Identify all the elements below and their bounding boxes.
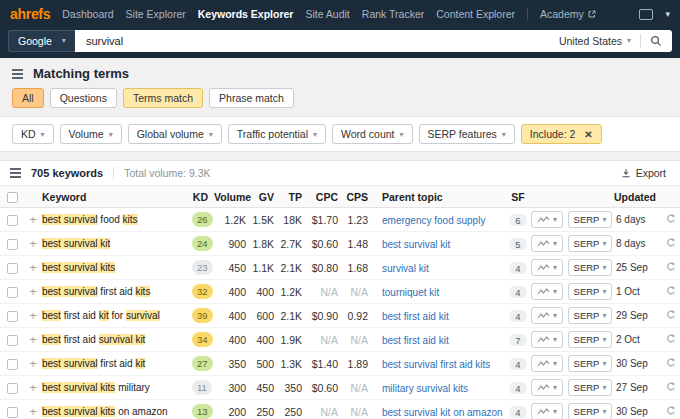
refresh-icon[interactable] bbox=[666, 358, 676, 370]
row-checkbox[interactable] bbox=[7, 311, 18, 322]
filter-include[interactable]: Include: 2 ✕ bbox=[521, 124, 602, 144]
trend-dropdown[interactable]: ▾ bbox=[531, 283, 563, 300]
filter-volume[interactable]: Volume▾ bbox=[60, 124, 122, 144]
nav-item-site-audit[interactable]: Site Audit bbox=[305, 8, 349, 20]
search-input[interactable] bbox=[84, 34, 550, 48]
trend-dropdown[interactable]: ▾ bbox=[531, 403, 563, 419]
keyword-segment: kits bbox=[135, 286, 150, 297]
page-title: Matching terms bbox=[33, 66, 129, 81]
filter-label: Traffic potential bbox=[237, 128, 308, 140]
parent-topic-link[interactable]: best survival first aid kits bbox=[382, 359, 490, 370]
serp-label: SERP bbox=[574, 310, 600, 321]
nav-item-content-explorer[interactable]: Content Explorer bbox=[436, 8, 515, 20]
add-keyword-button[interactable]: + bbox=[24, 237, 42, 251]
select-all-checkbox[interactable] bbox=[7, 192, 18, 203]
serp-dropdown[interactable]: SERP▾ bbox=[568, 355, 613, 372]
serp-dropdown[interactable]: SERP▾ bbox=[568, 235, 613, 252]
column-volume[interactable]: Volume ▾ bbox=[214, 191, 252, 203]
nav-item-rank-tracker[interactable]: Rank Tracker bbox=[362, 8, 424, 20]
column-tp[interactable]: TP bbox=[280, 191, 308, 203]
pill-terms-match[interactable]: Terms match bbox=[123, 88, 203, 108]
add-keyword-button[interactable]: + bbox=[24, 405, 42, 419]
close-icon[interactable]: ✕ bbox=[584, 129, 592, 140]
column-keyword[interactable]: Keyword bbox=[42, 191, 192, 203]
parent-topic-link[interactable]: emergency food supply bbox=[382, 215, 485, 226]
refresh-icon[interactable] bbox=[666, 238, 676, 250]
filter-global-volume[interactable]: Global volume▾ bbox=[128, 124, 222, 144]
trend-dropdown[interactable]: ▾ bbox=[531, 235, 563, 252]
trend-dropdown[interactable]: ▾ bbox=[531, 259, 563, 276]
pill-questions[interactable]: Questions bbox=[50, 88, 117, 108]
serp-dropdown[interactable]: SERP▾ bbox=[568, 379, 613, 396]
filter-traffic-potential[interactable]: Traffic potential▾ bbox=[228, 124, 326, 144]
add-keyword-button[interactable]: + bbox=[24, 333, 42, 347]
add-keyword-button[interactable]: + bbox=[24, 357, 42, 371]
parent-topic-link[interactable]: best first aid kit bbox=[382, 311, 449, 322]
refresh-icon[interactable] bbox=[666, 334, 676, 346]
row-checkbox[interactable] bbox=[7, 383, 18, 394]
parent-topic-link[interactable]: survival kit bbox=[382, 263, 429, 274]
refresh-icon[interactable] bbox=[666, 406, 676, 418]
nav-item-academy[interactable]: Academy bbox=[540, 8, 596, 20]
serp-dropdown[interactable]: SERP▾ bbox=[568, 331, 613, 348]
row-checkbox[interactable] bbox=[7, 287, 18, 298]
add-keyword-button[interactable]: + bbox=[24, 285, 42, 299]
parent-topic-link[interactable]: tourniquet kit bbox=[382, 287, 439, 298]
filter-word-count[interactable]: Word count▾ bbox=[332, 124, 413, 144]
parent-topic-link[interactable]: best survival kit on amazon bbox=[382, 407, 503, 418]
nav-item-keywords-explorer[interactable]: Keywords Explorer bbox=[198, 8, 294, 20]
add-keyword-button[interactable]: + bbox=[24, 261, 42, 275]
nav-item-dashboard[interactable]: Dashboard bbox=[62, 8, 113, 20]
refresh-icon[interactable] bbox=[666, 310, 676, 322]
column-updated[interactable]: Updated bbox=[614, 191, 662, 203]
serp-dropdown[interactable]: SERP▾ bbox=[568, 211, 613, 228]
serp-dropdown[interactable]: SERP▾ bbox=[568, 259, 613, 276]
serp-dropdown[interactable]: SERP▾ bbox=[568, 283, 613, 300]
add-keyword-button[interactable]: + bbox=[24, 381, 42, 395]
trend-dropdown[interactable]: ▾ bbox=[531, 307, 563, 324]
column-sf[interactable]: SF bbox=[508, 191, 528, 203]
column-kd[interactable]: KD bbox=[192, 191, 214, 203]
serp-dropdown[interactable]: SERP▾ bbox=[568, 307, 613, 324]
refresh-icon[interactable] bbox=[666, 214, 676, 226]
filter-serp-features[interactable]: SERP features▾ bbox=[419, 124, 515, 144]
search-engine-select[interactable]: Google ▾ bbox=[8, 30, 75, 52]
search-submit-button[interactable] bbox=[641, 35, 666, 47]
results-table: 705 keywords Total volume: 9.3K Export K… bbox=[0, 160, 680, 419]
refresh-icon[interactable] bbox=[666, 382, 676, 394]
add-keyword-button[interactable]: + bbox=[24, 309, 42, 323]
row-checkbox[interactable] bbox=[7, 239, 18, 250]
add-keyword-button[interactable]: + bbox=[24, 213, 42, 227]
row-checkbox[interactable] bbox=[7, 407, 18, 418]
workspace-icon[interactable] bbox=[639, 9, 653, 20]
ahrefs-logo[interactable]: ahrefs bbox=[10, 6, 50, 22]
pill-phrase-match[interactable]: Phrase match bbox=[209, 88, 294, 108]
row-checkbox[interactable] bbox=[7, 263, 18, 274]
country-select[interactable]: United States ▾ bbox=[550, 35, 640, 47]
keyword-cell: best first aid survival kit bbox=[42, 334, 192, 345]
sidebar-toggle-icon[interactable] bbox=[12, 69, 23, 79]
export-button[interactable]: Export bbox=[621, 167, 670, 179]
account-chevron-down-icon[interactable]: ▾ bbox=[665, 9, 670, 19]
column-cpc[interactable]: CPC bbox=[308, 191, 344, 203]
list-icon[interactable] bbox=[10, 168, 21, 178]
column-gv[interactable]: GV bbox=[252, 191, 280, 203]
nav-item-site-explorer[interactable]: Site Explorer bbox=[126, 8, 186, 20]
parent-topic-link[interactable]: best first aid kit bbox=[382, 335, 449, 346]
pill-all[interactable]: All bbox=[12, 88, 44, 108]
parent-topic-link[interactable]: military survival kits bbox=[382, 383, 468, 394]
refresh-icon[interactable] bbox=[666, 286, 676, 298]
filter-kd[interactable]: KD▾ bbox=[12, 124, 54, 144]
trend-dropdown[interactable]: ▾ bbox=[531, 355, 563, 372]
column-parent-topic[interactable]: Parent topic bbox=[374, 191, 508, 203]
row-checkbox[interactable] bbox=[7, 335, 18, 346]
row-checkbox[interactable] bbox=[7, 215, 18, 226]
refresh-icon[interactable] bbox=[666, 262, 676, 274]
trend-dropdown[interactable]: ▾ bbox=[531, 379, 563, 396]
trend-dropdown[interactable]: ▾ bbox=[531, 331, 563, 348]
serp-dropdown[interactable]: SERP▾ bbox=[568, 403, 613, 419]
column-cps[interactable]: CPS bbox=[344, 191, 374, 203]
row-checkbox[interactable] bbox=[7, 359, 18, 370]
parent-topic-link[interactable]: best survival kit bbox=[382, 239, 450, 250]
trend-dropdown[interactable]: ▾ bbox=[531, 211, 563, 228]
